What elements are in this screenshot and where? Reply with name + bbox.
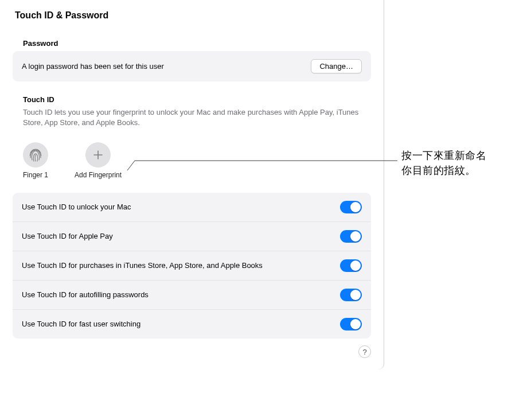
help-icon: ? bbox=[362, 348, 366, 356]
option-purchases-label: Use Touch ID for purchases in iTunes Sto… bbox=[22, 260, 263, 271]
touchid-options-list: Use Touch ID to unlock your Mac Use Touc… bbox=[13, 193, 371, 339]
add-fingerprint-label: Add Fingerprint bbox=[75, 171, 122, 179]
touchid-description: Touch ID lets you use your fingerprint t… bbox=[23, 107, 371, 127]
option-purchases-row: Use Touch ID for purchases in iTunes Sto… bbox=[13, 251, 371, 281]
fingerprint-list: Finger 1 Add Fingerprint bbox=[23, 137, 371, 189]
callout-text-line2: 你目前的指紋。 bbox=[401, 163, 525, 178]
help-row: ? bbox=[13, 345, 371, 358]
option-purchases-toggle[interactable] bbox=[340, 259, 362, 272]
add-fingerprint-button[interactable] bbox=[85, 142, 111, 168]
fingerprint-item[interactable]: Finger 1 bbox=[23, 142, 48, 179]
callout-annotation: 按一下來重新命名 你目前的指紋。 bbox=[401, 148, 525, 178]
option-autofill-toggle[interactable] bbox=[340, 289, 362, 301]
password-section: Password A login password has been set f… bbox=[13, 39, 371, 81]
page-title: Touch ID & Password bbox=[13, 10, 371, 21]
touchid-section: Touch ID Touch ID lets you use your fing… bbox=[13, 95, 371, 358]
change-password-button[interactable]: Change… bbox=[311, 59, 362, 73]
option-fastuser-toggle[interactable] bbox=[340, 318, 362, 330]
option-fastuser-label: Use Touch ID for fast user switching bbox=[22, 319, 140, 329]
password-status-text: A login password has been set for this u… bbox=[22, 62, 164, 71]
option-unlock-toggle[interactable] bbox=[340, 201, 362, 213]
password-section-label: Password bbox=[23, 39, 371, 48]
fingerprint-label[interactable]: Finger 1 bbox=[23, 171, 48, 179]
option-autofill-row: Use Touch ID for autofilling passwords bbox=[13, 281, 371, 310]
option-unlock-label: Use Touch ID to unlock your Mac bbox=[22, 202, 131, 212]
option-applepay-toggle[interactable] bbox=[340, 230, 362, 243]
plus-icon bbox=[92, 149, 104, 161]
option-applepay-label: Use Touch ID for Apple Pay bbox=[22, 231, 113, 242]
touchid-section-label: Touch ID bbox=[23, 95, 371, 104]
fingerprint-icon[interactable] bbox=[23, 142, 48, 168]
option-autofill-label: Use Touch ID for autofilling passwords bbox=[22, 290, 149, 300]
settings-pane: Touch ID & Password Password A login pas… bbox=[0, 0, 384, 370]
fingerprint-glyph-icon bbox=[27, 146, 44, 164]
password-card: A login password has been set for this u… bbox=[13, 51, 371, 81]
callout-text-line1: 按一下來重新命名 bbox=[401, 148, 525, 163]
option-applepay-row: Use Touch ID for Apple Pay bbox=[13, 222, 371, 251]
option-unlock-row: Use Touch ID to unlock your Mac bbox=[13, 193, 371, 222]
option-fastuser-row: Use Touch ID for fast user switching bbox=[13, 310, 371, 339]
add-fingerprint-item[interactable]: Add Fingerprint bbox=[75, 142, 122, 179]
help-button[interactable]: ? bbox=[358, 345, 371, 358]
